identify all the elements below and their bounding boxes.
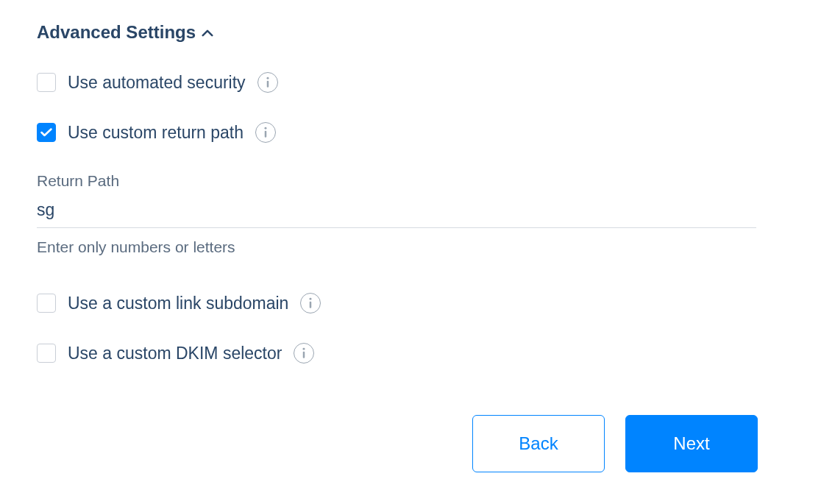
- automated-security-label: Use automated security: [68, 73, 246, 93]
- return-path-field: Return Path Enter only numbers or letter…: [37, 172, 784, 256]
- return-path-input[interactable]: [37, 200, 756, 220]
- svg-point-0: [266, 77, 269, 79]
- svg-point-4: [310, 298, 312, 300]
- svg-point-6: [303, 348, 305, 350]
- custom-return-path-checkbox[interactable]: [37, 123, 56, 142]
- info-icon[interactable]: [300, 293, 321, 313]
- svg-rect-7: [303, 352, 305, 358]
- svg-rect-5: [310, 302, 312, 308]
- automated-security-checkbox[interactable]: [37, 73, 56, 92]
- advanced-settings-toggle[interactable]: Advanced Settings: [37, 22, 784, 43]
- return-path-hint: Enter only numbers or letters: [37, 238, 784, 256]
- button-row: Back Next: [37, 415, 784, 472]
- custom-link-subdomain-label: Use a custom link subdomain: [68, 294, 288, 313]
- custom-link-subdomain-checkbox[interactable]: [37, 294, 56, 313]
- info-icon[interactable]: [294, 343, 314, 363]
- custom-dkim-selector-checkbox[interactable]: [37, 344, 56, 363]
- back-button[interactable]: Back: [472, 415, 605, 472]
- next-button[interactable]: Next: [625, 415, 758, 472]
- info-icon[interactable]: [255, 122, 276, 143]
- info-icon[interactable]: [257, 72, 278, 93]
- custom-dkim-selector-label: Use a custom DKIM selector: [68, 344, 282, 363]
- svg-point-2: [265, 127, 267, 129]
- section-title: Advanced Settings: [37, 22, 196, 43]
- svg-rect-3: [265, 131, 267, 138]
- return-path-label: Return Path: [37, 172, 784, 190]
- custom-return-path-label: Use custom return path: [68, 123, 244, 143]
- chevron-up-icon: [202, 29, 213, 37]
- svg-rect-1: [266, 81, 269, 88]
